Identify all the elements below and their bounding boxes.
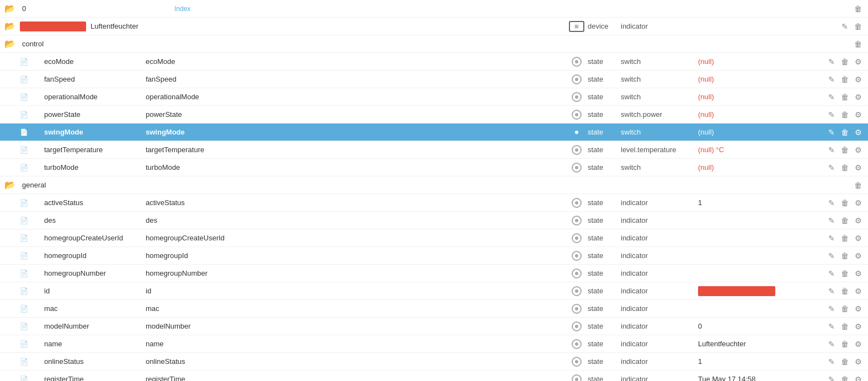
onlineStatus-name: onlineStatus [31, 357, 141, 366]
activeStatus-delete-button[interactable]: 🗑 [839, 197, 850, 208]
powerState-value: (null) [698, 110, 819, 119]
registerTime-settings-button[interactable]: ⚙ [853, 374, 864, 382]
targetTemperature-delete-button[interactable]: 🗑 [839, 144, 850, 155]
id-name: id [31, 287, 141, 295]
fanSpeed-settings-button[interactable]: ⚙ [853, 74, 864, 85]
onlineStatus-edit-button[interactable]: ✎ [826, 356, 837, 367]
homegroupId-delete-button[interactable]: 🗑 [839, 250, 850, 261]
targetTemperature-file-icon: 📄 [20, 146, 31, 154]
homegroupNumber-edit-button[interactable]: ✎ [826, 268, 837, 279]
modelNumber-edit-button[interactable]: ✎ [826, 321, 837, 332]
onlineStatus-delete-button[interactable]: 🗑 [839, 356, 850, 367]
operationalMode-value: (null) [698, 93, 819, 101]
powerState-widget: switch.power [621, 110, 698, 119]
device-delete-button[interactable]: 🗑 [853, 21, 864, 32]
homegroupNumber-label: homegroupNumber [141, 269, 566, 277]
turboMode-state-icon [572, 163, 582, 173]
ecoMode-settings-button[interactable]: ⚙ [853, 56, 864, 67]
powerState-settings-button[interactable]: ⚙ [853, 109, 864, 120]
general-expand[interactable]: 📂 [4, 180, 20, 190]
targetTemperature-actions: ✎ 🗑 ⚙ [819, 144, 864, 155]
name-delete-button[interactable]: 🗑 [839, 339, 850, 350]
swingMode-settings-button[interactable]: ⚙ [853, 127, 864, 138]
activeStatus-settings-button[interactable]: ⚙ [853, 197, 864, 208]
turboMode-settings-button[interactable]: ⚙ [853, 162, 864, 173]
fanSpeed-name: fanSpeed [31, 75, 141, 83]
item-registerTime: 📄 registerTime registerTime state indica… [0, 371, 868, 381]
name-settings-button[interactable]: ⚙ [853, 339, 864, 350]
des-widget: indicator [621, 216, 698, 224]
swingMode-file-icon: 📄 [20, 128, 31, 136]
activeStatus-widget: indicator [621, 198, 698, 207]
ecoMode-delete-button[interactable]: 🗑 [839, 56, 850, 67]
swingMode-state-icon [572, 127, 582, 137]
id-settings-button[interactable]: ⚙ [853, 286, 864, 297]
swingMode-delete-button[interactable]: 🗑 [839, 127, 850, 138]
operationalMode-edit-button[interactable]: ✎ [826, 92, 837, 103]
homegroupCreateUserId-edit-button[interactable]: ✎ [826, 233, 837, 244]
targetTemperature-edit-button[interactable]: ✎ [826, 144, 837, 155]
turboMode-edit-button[interactable]: ✎ [826, 162, 837, 173]
des-edit-button[interactable]: ✎ [826, 215, 837, 226]
targetTemperature-settings-button[interactable]: ⚙ [853, 144, 864, 155]
name-widget: indicator [621, 340, 698, 348]
modelNumber-delete-button[interactable]: 🗑 [839, 321, 850, 332]
modelNumber-name: modelNumber [31, 322, 141, 330]
control-delete-button[interactable]: 🗑 [853, 39, 864, 50]
control-actions: 🗑 [819, 39, 864, 50]
onlineStatus-actions: ✎ 🗑 ⚙ [819, 356, 864, 367]
mac-delete-button[interactable]: 🗑 [839, 303, 850, 314]
ecoMode-edit-button[interactable]: ✎ [826, 56, 837, 67]
mac-edit-button[interactable]: ✎ [826, 303, 837, 314]
device-name [20, 22, 86, 31]
powerState-edit-button[interactable]: ✎ [826, 109, 837, 120]
mac-settings-button[interactable]: ⚙ [853, 303, 864, 314]
operationalMode-settings-button[interactable]: ⚙ [853, 92, 864, 103]
homegroupCreateUserId-settings-button[interactable]: ⚙ [853, 233, 864, 244]
control-expand[interactable]: 📂 [4, 39, 20, 49]
homegroupCreateUserId-delete-button[interactable]: 🗑 [839, 233, 850, 244]
id-edit-button[interactable]: ✎ [826, 286, 837, 297]
name-edit-button[interactable]: ✎ [826, 339, 837, 350]
des-delete-button[interactable]: 🗑 [839, 215, 850, 226]
fanSpeed-value: (null) [698, 75, 819, 83]
onlineStatus-settings-button[interactable]: ⚙ [853, 356, 864, 367]
fanSpeed-delete-button[interactable]: 🗑 [839, 74, 850, 85]
registerTime-value: Tue May 17 14:58 [698, 375, 819, 381]
registerTime-delete-button[interactable]: 🗑 [839, 374, 850, 382]
modelNumber-settings-button[interactable]: ⚙ [853, 321, 864, 332]
homegroupId-settings-button[interactable]: ⚙ [853, 250, 864, 261]
onlineStatus-file-icon: 📄 [20, 358, 31, 366]
onlineStatus-type: state [588, 357, 621, 366]
name-state-icon [572, 339, 582, 349]
general-delete-button[interactable]: 🗑 [853, 180, 864, 191]
operationalMode-delete-button[interactable]: 🗑 [839, 92, 850, 103]
homegroupId-file-icon: 📄 [20, 252, 31, 260]
activeStatus-value: 1 [698, 198, 819, 207]
activeStatus-edit-button[interactable]: ✎ [826, 197, 837, 208]
homegroupNumber-settings-button[interactable]: ⚙ [853, 268, 864, 279]
des-state-icon [572, 216, 582, 226]
header-delete-button[interactable]: 🗑 [853, 3, 864, 14]
index-sub-label: Index [174, 5, 190, 13]
device-label: Luftentfeuchter [86, 22, 566, 30]
modelNumber-value: 0 [698, 322, 819, 330]
onlineStatus-label: onlineStatus [141, 357, 566, 366]
homegroupId-type: state [588, 251, 621, 260]
item-homegroupNumber: 📄 homegroupNumber homegroupNumber state … [0, 265, 868, 282]
homegroupId-edit-button[interactable]: ✎ [826, 250, 837, 261]
fanSpeed-type: state [588, 75, 621, 83]
registerTime-type: state [588, 375, 621, 381]
id-delete-button[interactable]: 🗑 [839, 286, 850, 297]
onlineStatus-state-icon [572, 357, 582, 367]
swingMode-edit-button[interactable]: ✎ [826, 127, 837, 138]
homegroupNumber-delete-button[interactable]: 🗑 [839, 268, 850, 279]
device-edit-button[interactable]: ✎ [839, 21, 850, 32]
ecoMode-type: state [588, 57, 621, 66]
fanSpeed-edit-button[interactable]: ✎ [826, 74, 837, 85]
powerState-delete-button[interactable]: 🗑 [839, 109, 850, 120]
des-settings-button[interactable]: ⚙ [853, 215, 864, 226]
ecoMode-file-icon: 📄 [20, 58, 31, 66]
turboMode-delete-button[interactable]: 🗑 [839, 162, 850, 173]
registerTime-edit-button[interactable]: ✎ [826, 374, 837, 382]
